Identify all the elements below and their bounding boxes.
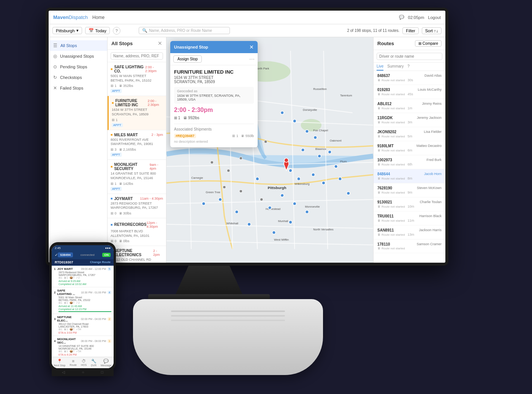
phone-home-button[interactable]: ○ [82,370,84,374]
search-placeholder: Name, Address, PRO or Route Name [149,28,212,33]
route-item-tru0011[interactable]: TRU0011 Harrison Black 🖥 Route not start… [374,211,445,225]
today-button[interactable]: 📅 Today [85,27,110,34]
pallet-icon: ⊞ 1 [112,118,118,122]
monitor-icon: 🖥 [377,135,380,138]
route-time: 11m [407,219,414,222]
route-item-178110[interactable]: 178110 Samson Cramer 🖥 Route not started [374,240,445,253]
main-search-bar[interactable]: 🔍 Name, Address, PRO or Route Name [139,27,230,34]
tab-live[interactable]: Live [377,64,383,71]
routes-search-input[interactable] [377,53,442,60]
city-selector[interactable]: Pittsburgh ▾ [52,27,82,34]
dvr-icon: 🔧 [91,359,97,364]
phone-back-button[interactable]: ◁ [62,370,65,374]
svg-point-27 [318,154,321,158]
stop-item-neptune[interactable]: ■ NEPTUNE ELECTRONICS 2 - 2pm 36112 OLD … [108,246,166,263]
route-top: JKON9202 Lisa Fielder [377,130,442,134]
stop-address: 14 GRANTINE ST SUITE 800 [59,345,111,347]
pallet-icon: ⊞ 1 [111,182,117,186]
sidebar-label-checkstops: Checkstops [60,75,82,80]
sidebar-item-unassigned[interactable]: ◎ Unassigned Stops [49,51,107,61]
assign-stop-button[interactable]: Assign Stop [173,55,202,63]
sidebar-item-pending[interactable]: ⊙ Pending Stops [49,61,107,72]
stop-header: ■ JOYMART 11am - 4:30pm [111,197,163,201]
phone-stop-3[interactable]: 3 NEPTUNE ELEC... 02:00 PM - 04:00 PM 2 … [52,314,114,336]
phone-stop-2[interactable]: 2 SAFE LIGHTING ... 10:30 PM - 01:00 PM … [52,287,114,314]
svg-point-32 [312,173,315,177]
stop-header: ■ FURNITURE LIMITED INC 2:00 - 2:30pm [112,99,163,107]
route-item-848637[interactable]: 848637 David Atlas 🖥 Route not started 3… [374,71,445,85]
phone-stop-4[interactable]: 4 MOONLIGHT SEC... 06:00 PM - 08:00 PM 1… [52,336,114,357]
phone-recents-button[interactable]: □ [101,370,103,374]
stops-info: 2 of 198 stops, 11 of 11 routes. [347,28,399,33]
sidebar-item-all-stops[interactable]: ☰ All Stops [49,40,107,51]
sidebar-item-failed[interactable]: ✕ Failed Stops [49,83,107,93]
shipment-ref: #REQ39487 [174,134,196,138]
sort-label: Sort [425,28,433,33]
footer-dvr[interactable]: 🔧 DVR [91,359,97,367]
route-driver: Jackson Harris [410,228,442,232]
route-id: 848637 [377,74,410,78]
route-time: 30s [407,78,413,82]
stop-address: 36112 OLD CHANNEL RDLANCASTER, PA, 17603 [111,258,163,263]
tab-help[interactable]: ? [407,64,410,71]
phone-stop-1[interactable]: 1 JOY MART 09:00 AM - 12:00 PM 5 2873 Re… [52,266,114,287]
stop-item-miles-mart[interactable]: ■ MILES MART 2 - 3pm 8001 RIVERFRONT AVE… [108,130,166,160]
map-area[interactable]: North Park Russellton Dorseyville Tarent… [166,37,373,263]
footer-route[interactable]: ≡ Route [70,359,77,367]
stops-search-input[interactable] [111,52,163,60]
route-item-san8911[interactable]: SAN8911 Jackson Harris 🖥 Route not start… [374,225,445,240]
popup-meta: ⊞ 1 🖥 992lbs [174,116,254,120]
stop-item-joymart[interactable]: ■ JOYMART 11am - 4:30pm 2873 REDWOOD STR… [108,194,166,218]
popup-toolbar: Assign Stop ⋯ [170,53,258,65]
shipments-label: Associated Shipments [174,127,254,131]
route-item-848644[interactable]: 848644 Jacob Horn 🖥 Route not started 8m [374,169,445,183]
compare-button[interactable]: ⊞ Compare [415,40,442,47]
svg-text:Carnegie: Carnegie [191,176,203,180]
filter-button[interactable]: Filter [402,27,418,34]
popup-time: 2:00 - 2:30pm [174,107,254,113]
checkstops-icon: ↻ [53,75,57,80]
svg-point-54 [260,198,263,201]
svg-point-42 [247,222,251,226]
stop-number: 2 [54,291,55,294]
route-row: 11RGDK Jeremy Jackson 🖥 Route not starte… [377,116,442,124]
footer-next-stop[interactable]: 📍 Next Stop [54,359,66,367]
route-item-9130021[interactable]: 9130021 Charlie Toulan 🖥 Route not start… [374,197,445,211]
today-label: Today [95,28,106,33]
route-item-11rgdk[interactable]: 11RGDK Jeremy Jackson 🖥 Route not starte… [374,113,445,127]
stop-item-retrorecords[interactable]: ■ RETRORECORDS 12pm - 4:30pm 7008 MARKET… [108,218,166,246]
route-item-9180lmt[interactable]: 9180LMT Matteo Decastro 🖥 Route not star… [374,141,445,155]
monitor-stand [175,266,243,296]
route-top: 9130021 Charlie Toulan [377,200,442,204]
sidebar-item-checkstops[interactable]: ↻ Checkstops [49,72,107,83]
sort-button[interactable]: Sort ↑↓ [422,27,442,34]
svg-text:Monroeville: Monroeville [305,205,320,208]
stop-item-safe-lighting[interactable]: ■ SAFE LIGHTING CO. 2:00 - 2:30pm 5001 W… [108,62,166,96]
logout-button[interactable]: Logout [428,15,441,20]
stop-time: 02:00 PM - 04:00 PM [81,318,106,320]
route-status: 🖥 Route not started 1m [377,106,442,110]
footer-message[interactable]: 💬 Message [101,359,111,367]
home-link[interactable]: Home [92,15,104,20]
help-button[interactable]: ? [113,27,120,35]
shipment-meta: ⊞ 1 🖥 550lb [232,134,254,138]
tab-summary[interactable]: Summary [387,64,404,71]
stop-item-furniture[interactable]: ■ FURNITURE LIMITED INC 2:00 - 2:30pm 16… [108,96,166,130]
popup-close-button[interactable]: ✕ [249,44,254,50]
route-item-jkon9202[interactable]: JKON9202 Lisa Fielder 🖥 Route not starte… [374,127,445,141]
route-item-abl012[interactable]: ABL012 Jimmy Reins 🖥 Route not started 1… [374,99,445,113]
footer-hos[interactable]: ⏱ HOS [81,359,87,367]
stop-name: SAFE LIGHTING ... [57,289,79,296]
stop-item-moonlight[interactable]: ■ MOONLIGHT SECURITY 9am - 4pm 14 GRANTI… [108,160,166,194]
change-route-link[interactable]: Change Route [90,260,111,264]
route-driver: Jeremy Jackson [410,116,442,120]
route-item-019283[interactable]: 019283 Louis McCarthy 🖥 Route not starte… [374,85,445,99]
phone-connected: connected [73,253,102,257]
more-options-icon[interactable]: ⋯ [249,56,255,62]
route-row: 1002973 Fred Burk 🖥 Route not started 6t… [377,158,442,166]
phone-stop-header: 4 MOONLIGHT SEC... 06:00 PM - 08:00 PM 1 [54,337,111,344]
monitor-icon: 🖥 [377,79,380,82]
close-stops-panel-button[interactable]: ✕ [158,40,162,46]
route-item-1002973[interactable]: 1002973 Fred Burk 🖥 Route not started 6t… [374,155,445,169]
route-item-7628190[interactable]: 7628190 Steven McKown 🖥 Route not starte… [374,183,445,197]
